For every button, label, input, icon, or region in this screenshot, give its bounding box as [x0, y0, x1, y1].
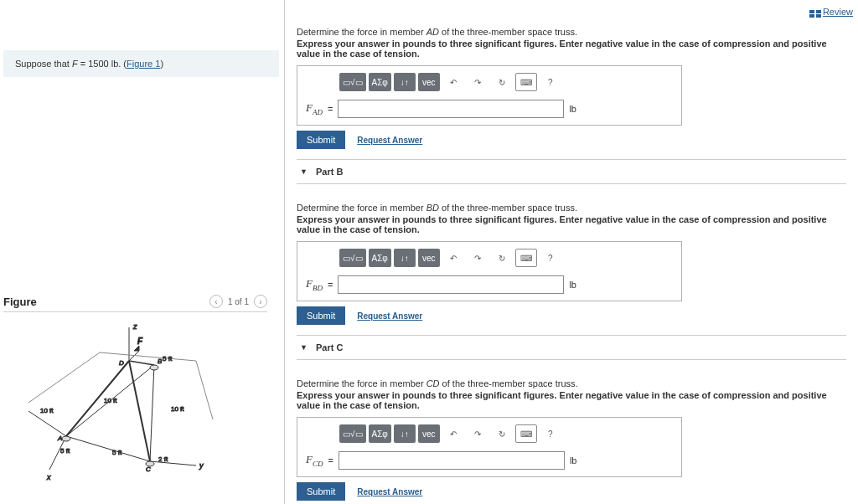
- help-button[interactable]: ?: [540, 73, 561, 91]
- svg-text:10 ft: 10 ft: [40, 407, 54, 414]
- undo-button[interactable]: ↶: [442, 249, 464, 267]
- part-c-unit: lb: [570, 455, 577, 465]
- reset-button[interactable]: ↻: [491, 73, 513, 91]
- part-b-answer-box: ▭√▭ ΑΣφ ↓↑ vec ↶ ↷ ↻ ⌨ ? FBD = lb: [297, 241, 682, 301]
- svg-line-5: [129, 361, 154, 365]
- caret-down-icon: ▼: [300, 167, 308, 176]
- greek-button[interactable]: ΑΣφ: [369, 249, 391, 267]
- part-c-submit-button[interactable]: Submit: [297, 482, 345, 501]
- caret-down-icon: ▼: [300, 343, 308, 352]
- svg-text:z: z: [132, 322, 137, 331]
- templates-button[interactable]: ▭√▭: [339, 73, 366, 91]
- help-button[interactable]: ?: [540, 249, 561, 267]
- figure-link[interactable]: Figure 1: [127, 59, 160, 69]
- undo-button[interactable]: ↶: [442, 424, 464, 443]
- next-figure-button[interactable]: ›: [254, 295, 267, 308]
- part-c-request-answer[interactable]: Request Answer: [357, 487, 422, 496]
- part-a-unit: lb: [569, 104, 576, 114]
- subscript-button[interactable]: ↓↑: [394, 424, 416, 443]
- svg-line-7: [66, 436, 150, 461]
- part-c-toolbar: ▭√▭ ΑΣφ ↓↑ vec ↶ ↷ ↻ ⌨ ?: [306, 424, 673, 443]
- svg-line-16: [100, 352, 196, 361]
- svg-point-29: [62, 436, 70, 441]
- svg-point-31: [146, 461, 154, 466]
- subscript-button[interactable]: ↓↑: [394, 249, 416, 267]
- help-button[interactable]: ?: [540, 424, 561, 443]
- part-a-request-answer[interactable]: Request Answer: [357, 136, 422, 145]
- undo-button[interactable]: ↶: [442, 73, 464, 91]
- svg-text:A: A: [57, 435, 62, 442]
- redo-button[interactable]: ↷: [467, 249, 488, 267]
- templates-button[interactable]: ▭√▭: [339, 424, 366, 443]
- svg-line-10: [28, 411, 66, 436]
- part-b-instruction: Express your answer in pounds to three s…: [297, 214, 846, 234]
- part-b-question: Determine the force in member BD of the …: [297, 203, 846, 213]
- part-c-instruction: Express your answer in pounds to three s…: [297, 390, 846, 410]
- suppose-box: Suppose that F = 1500 lb. (Figure 1): [3, 50, 279, 77]
- part-c-answer-input[interactable]: [339, 451, 565, 470]
- part-a-toolbar: ▭√▭ ΑΣφ ↓↑ vec ↶ ↷ ↻ ⌨ ?: [306, 73, 673, 91]
- figure-counter: 1 of 1: [228, 297, 249, 306]
- figure-pager: ‹ 1 of 1 ›: [209, 295, 267, 308]
- part-b-variable: FBD: [306, 277, 323, 292]
- svg-rect-34: [809, 14, 814, 18]
- svg-text:10 ft: 10 ft: [171, 405, 184, 413]
- keyboard-button[interactable]: ⌨: [515, 249, 537, 267]
- prev-figure-button[interactable]: ‹: [209, 295, 223, 308]
- greek-button[interactable]: ΑΣφ: [369, 73, 391, 91]
- part-c-header[interactable]: ▼ Part C: [297, 335, 846, 360]
- keyboard-button[interactable]: ⌨: [515, 424, 537, 443]
- part-a-instruction: Express your answer in pounds to three s…: [297, 39, 846, 59]
- figure-title: Figure: [3, 296, 37, 308]
- part-c-answer-box: ▭√▭ ΑΣφ ↓↑ vec ↶ ↷ ↻ ⌨ ? FCD = lb: [297, 417, 682, 477]
- templates-button[interactable]: ▭√▭: [339, 249, 366, 267]
- svg-line-15: [28, 352, 100, 403]
- flag-icon: [809, 9, 821, 17]
- svg-point-30: [150, 365, 158, 370]
- svg-text:F: F: [137, 337, 143, 346]
- part-b-request-answer[interactable]: Request Answer: [357, 311, 422, 321]
- part-a-answer-box: ▭√▭ ΑΣφ ↓↑ vec ↶ ↷ ↻ ⌨ ? FAD = lb: [297, 65, 682, 126]
- svg-line-9: [150, 365, 154, 461]
- redo-button[interactable]: ↷: [467, 73, 488, 91]
- reset-button[interactable]: ↻: [491, 424, 513, 443]
- vec-button[interactable]: vec: [418, 249, 440, 267]
- part-b-unit: lb: [569, 280, 576, 290]
- svg-line-17: [196, 361, 213, 419]
- svg-text:5 ft: 5 ft: [112, 449, 122, 456]
- keyboard-button[interactable]: ⌨: [515, 73, 537, 91]
- svg-line-6: [129, 361, 150, 461]
- svg-rect-32: [809, 10, 814, 13]
- part-b-answer-input[interactable]: [338, 275, 564, 294]
- svg-text:D: D: [119, 359, 124, 367]
- subscript-button[interactable]: ↓↑: [394, 73, 416, 91]
- part-b-header[interactable]: ▼ Part B: [297, 159, 846, 184]
- reset-button[interactable]: ↻: [491, 249, 513, 267]
- svg-rect-35: [816, 14, 821, 18]
- part-a-question: Determine the force in member AD of the …: [297, 27, 846, 37]
- part-a-variable: FAD: [306, 101, 323, 116]
- part-a-answer-input[interactable]: [338, 100, 564, 118]
- svg-text:y: y: [199, 461, 204, 470]
- review-link[interactable]: Review: [809, 7, 853, 17]
- svg-text:x: x: [46, 473, 51, 481]
- vec-button[interactable]: vec: [418, 73, 440, 91]
- figure-diagram: F z x y D B: [20, 319, 284, 488]
- redo-button[interactable]: ↷: [467, 424, 488, 443]
- svg-text:10 ft: 10 ft: [104, 397, 117, 404]
- part-c-variable: FCD: [306, 453, 323, 468]
- svg-line-4: [66, 361, 129, 436]
- svg-rect-33: [816, 10, 821, 13]
- part-b-submit-button[interactable]: Submit: [297, 306, 345, 325]
- greek-button[interactable]: ΑΣφ: [369, 424, 391, 443]
- part-a-submit-button[interactable]: Submit: [297, 131, 345, 149]
- vec-button[interactable]: vec: [418, 424, 440, 443]
- svg-line-13: [150, 461, 196, 465]
- svg-text:5 ft: 5 ft: [60, 447, 70, 455]
- svg-text:5 ft: 5 ft: [163, 355, 173, 363]
- svg-text:2 ft: 2 ft: [158, 455, 168, 463]
- part-c-question: Determine the force in member CD of the …: [297, 378, 846, 388]
- part-b-toolbar: ▭√▭ ΑΣφ ↓↑ vec ↶ ↷ ↻ ⌨ ?: [306, 249, 673, 267]
